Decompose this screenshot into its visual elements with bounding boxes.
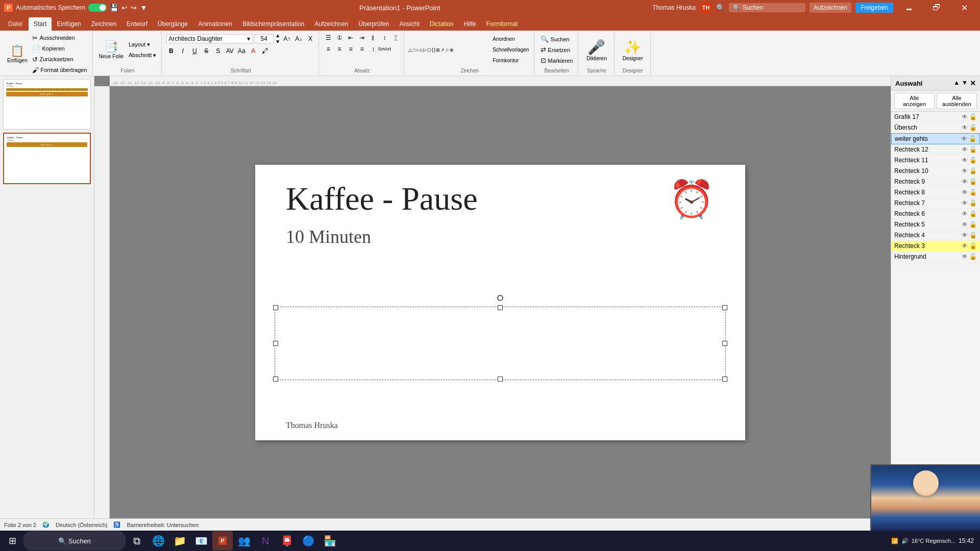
bold-button[interactable]: B	[166, 46, 176, 56]
designer-button[interactable]: ✨ Designer	[619, 37, 647, 63]
pane-down-icon[interactable]: ▼	[962, 79, 968, 87]
lock-icon-6[interactable]: 🔓	[969, 178, 977, 185]
selection-item-6[interactable]: Rechteck 9 👁 🔓	[891, 177, 980, 187]
tab-bildschirm[interactable]: Bildschirmpräsentation	[237, 17, 309, 31]
selection-item-1[interactable]: Übersch 👁 🔓	[891, 122, 980, 133]
taskbar-mail[interactable]: 📧	[191, 531, 211, 550]
taskbar-edge[interactable]: 🌐	[148, 531, 168, 550]
tab-einfuegen[interactable]: Einfügen	[52, 17, 86, 31]
visibility-icon-0[interactable]: 👁	[962, 113, 968, 120]
tab-datei[interactable]: Datei	[2, 17, 29, 31]
char-spacing-button[interactable]: AV	[225, 46, 235, 56]
font-name-selector[interactable]: Architects Daughter ▾	[166, 34, 253, 43]
handle-top-right[interactable]	[722, 305, 727, 310]
align-center-button[interactable]: ≡	[334, 44, 345, 54]
visibility-icon-1[interactable]: 👁	[962, 124, 968, 131]
shapes-area[interactable]: △□○ ◇▷⬠ {}⊞ ↗☆⊕	[408, 47, 490, 53]
lock-icon-13[interactable]: 🔓	[969, 253, 977, 260]
suchen-button[interactable]: 🔍Suchen	[538, 34, 575, 44]
taskbar-explorer[interactable]: 📁	[169, 531, 190, 550]
slide[interactable]: Kaffee - Pause 10 Minuten ⏰	[255, 165, 745, 440]
kopieren-button[interactable]: 📄Kopieren	[30, 43, 89, 54]
visibility-icon-2[interactable]: 👁	[961, 135, 967, 142]
close-button[interactable]: ✕	[952, 0, 976, 15]
pane-up-icon[interactable]: ▲	[953, 79, 960, 87]
taskbar-chrome[interactable]: 🔵	[298, 531, 318, 550]
visibility-icon-6[interactable]: 👁	[962, 178, 968, 185]
formeffekt-button[interactable]: Formkontur	[491, 56, 531, 66]
selection-item-8[interactable]: Rechteck 7 👁 🔓	[891, 198, 980, 209]
underline-button[interactable]: U	[189, 46, 200, 56]
smartart-button[interactable]: SmArt	[379, 44, 389, 54]
columns-button[interactable]: ⫿	[368, 33, 378, 43]
selection-item-10[interactable]: Rechteck 5 👁 🔓	[891, 219, 980, 230]
lock-icon-7[interactable]: 🔓	[969, 189, 977, 196]
selection-item-4[interactable]: Rechteck 11 👁 🔓	[891, 155, 980, 166]
lock-icon-5[interactable]: 🔓	[969, 167, 977, 174]
accessibility-label[interactable]: Barrierefreiheit: Untersuchen	[127, 522, 199, 528]
paste-button[interactable]: 📋 Einfügen	[5, 43, 29, 64]
visibility-icon-4[interactable]: 👁	[962, 157, 968, 164]
visibility-icon-10[interactable]: 👁	[962, 221, 968, 228]
align-right-button[interactable]: ≡	[346, 44, 356, 54]
justify-button[interactable]: ≡	[357, 44, 367, 54]
visibility-icon-13[interactable]: 👁	[962, 253, 968, 260]
visibility-icon-12[interactable]: 👁	[962, 242, 968, 249]
font-color-button[interactable]: A	[248, 46, 258, 56]
handle-top-left[interactable]	[273, 305, 278, 310]
increase-font-button[interactable]: A↑	[282, 34, 292, 44]
restore-button[interactable]: 🗗	[925, 0, 948, 15]
text-align-button[interactable]: ⌶	[390, 33, 401, 43]
selection-item-3[interactable]: Rechteck 12 👁 🔓	[891, 144, 980, 155]
change-case-button[interactable]: Aa	[236, 46, 247, 56]
selection-item-11[interactable]: Rechteck 4 👁 🔓	[891, 230, 980, 241]
font-size-decrease-icon[interactable]: ▼	[275, 39, 280, 45]
visibility-icon-8[interactable]: 👁	[962, 199, 968, 207]
font-size-increase-icon[interactable]: ▲	[275, 33, 280, 39]
tab-aufzeichnen[interactable]: Aufzeichnen	[309, 17, 353, 31]
taskbar-teams[interactable]: 👥	[234, 531, 254, 550]
anordnen-button[interactable]: Anordnen	[491, 34, 531, 44]
lock-icon-0[interactable]: 🔓	[969, 113, 977, 120]
selection-item-12[interactable]: Rechteck 3 👁 🔓	[891, 241, 980, 252]
decrease-indent-button[interactable]: ⇤	[346, 33, 356, 43]
taskbar-powerpoint[interactable]: P	[212, 531, 233, 550]
tab-zeichnen[interactable]: Zeichnen	[86, 17, 121, 31]
tab-hilfe[interactable]: Hilfe	[458, 17, 481, 31]
zuruecksetzen-button[interactable]: ↺Zurücksetzen	[30, 54, 89, 64]
clear-format-button[interactable]: Ⅹ	[305, 34, 315, 44]
slide-thumbnail-1[interactable]: Kaffee - Pause 10 Minuten Weiter geht's …	[3, 79, 91, 130]
visibility-icon-3[interactable]: 👁	[962, 146, 968, 153]
tab-entwurf[interactable]: Entwurf	[121, 17, 153, 31]
rotate-handle[interactable]	[497, 295, 503, 301]
search-icon[interactable]: 🔍	[716, 4, 725, 12]
tab-dictation[interactable]: Dictation	[425, 17, 459, 31]
tab-animationen[interactable]: Animationen	[193, 17, 237, 31]
search-taskbar-button[interactable]: 🔍 Suchen	[23, 531, 126, 550]
lock-icon-1[interactable]: 🔓	[969, 124, 977, 131]
selection-item-5[interactable]: Rechteck 10 👁 🔓	[891, 166, 980, 177]
minimize-button[interactable]: 🗕	[897, 0, 921, 15]
tab-start[interactable]: Start	[29, 17, 52, 31]
lock-icon-11[interactable]: 🔓	[969, 232, 977, 239]
taskview-button[interactable]: ⧉	[127, 531, 147, 550]
layout-button[interactable]: Layout ▾	[127, 39, 158, 49]
visibility-icon-9[interactable]: 👁	[962, 210, 968, 217]
text-direction-button[interactable]: ↕	[379, 33, 389, 43]
neue-folie-button[interactable]: 📑 Neue Folie	[97, 39, 126, 60]
selection-item-9[interactable]: Rechteck 6 👁 🔓	[891, 209, 980, 219]
hide-all-button[interactable]: Alle ausblenden	[937, 93, 977, 109]
highlight-color-button[interactable]: 🖍	[260, 46, 270, 56]
lock-icon-2[interactable]: 🔓	[969, 135, 976, 142]
handle-bottom-center[interactable]	[498, 377, 503, 382]
abschnitt-button[interactable]: Abschnitt ▾	[127, 50, 158, 60]
handle-middle-left[interactable]	[273, 341, 278, 346]
tab-formformat[interactable]: Formformat	[481, 17, 523, 31]
slide-thumbnail-2[interactable]: Kaffee - Pause 10 Minuten Weiter geht's …	[3, 133, 91, 184]
undo-icon[interactable]: ↩	[121, 4, 128, 12]
share-button[interactable]: Freigeben	[855, 3, 893, 13]
handle-bottom-right[interactable]	[722, 377, 727, 382]
markieren-button[interactable]: ⊡Markieren	[538, 56, 575, 66]
start-button[interactable]: ⊞	[2, 531, 22, 550]
ausschneiden-button[interactable]: ✂Ausschneiden	[30, 33, 89, 43]
